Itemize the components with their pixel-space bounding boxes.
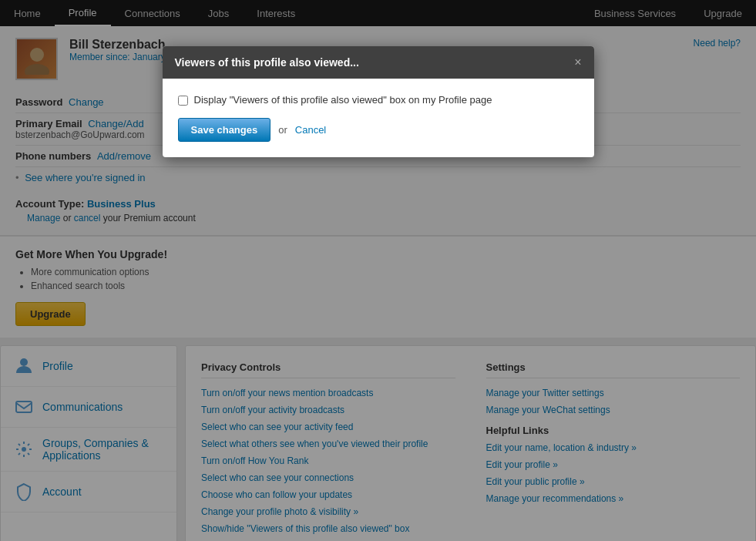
modal-overlay[interactable]: Viewers of this profile also viewed... ×…	[0, 0, 756, 541]
modal-header: Viewers of this profile also viewed... ×	[163, 46, 594, 79]
viewers-checkbox-label: Display "Viewers of this profile also vi…	[194, 94, 492, 106]
modal-title: Viewers of this profile also viewed...	[175, 56, 359, 69]
modal-body: Display "Viewers of this profile also vi…	[163, 79, 594, 157]
modal-close-button[interactable]: ×	[574, 55, 581, 69]
cancel-link[interactable]: Cancel	[295, 124, 326, 136]
viewers-checkbox[interactable]	[178, 96, 188, 106]
or-text: or	[278, 124, 287, 136]
modal-actions: Save changes or Cancel	[178, 118, 579, 142]
modal-dialog: Viewers of this profile also viewed... ×…	[163, 46, 594, 157]
save-button[interactable]: Save changes	[178, 118, 271, 142]
modal-checkbox-row: Display "Viewers of this profile also vi…	[178, 94, 579, 106]
